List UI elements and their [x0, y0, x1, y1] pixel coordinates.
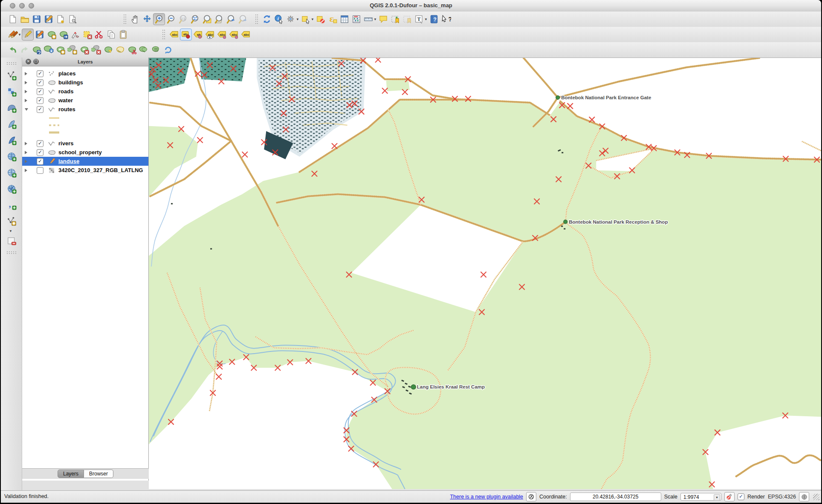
- combo-arrow-icon[interactable]: ▼: [714, 494, 720, 501]
- pan-map-button[interactable]: [129, 13, 141, 25]
- zoom-native-button[interactable]: 1:1: [177, 13, 189, 25]
- expand-arrow-icon[interactable]: [25, 81, 31, 84]
- change-label-button[interactable]: abc: [240, 29, 252, 40]
- text-annotation-button[interactable]: T: [413, 13, 425, 25]
- plugin-available-link[interactable]: There is a new plugin available: [450, 494, 523, 500]
- measure-button-dropdown-icon[interactable]: ▼: [373, 17, 377, 21]
- layer-row-buildings[interactable]: ✓buildings: [22, 78, 148, 87]
- refresh-map-button[interactable]: [261, 13, 273, 25]
- layer-row-landuse[interactable]: ✓landuse: [22, 157, 148, 166]
- zoom-in-button[interactable]: [153, 13, 165, 25]
- rotate-label-button[interactable]: abc: [228, 29, 240, 40]
- render-checkbox[interactable]: ✓: [738, 493, 744, 500]
- help-button[interactable]: ?: [428, 13, 440, 25]
- stop-rendering-icon[interactable]: [724, 492, 735, 501]
- layer-visibility-checkbox[interactable]: ✓: [37, 158, 43, 165]
- new-shapefile-layer-button-dropdown-icon[interactable]: ▼: [9, 229, 13, 233]
- add-ring-button[interactable]: [55, 44, 67, 56]
- select-features-button[interactable]: [300, 13, 312, 25]
- identify-features-button[interactable]: i: [273, 13, 285, 25]
- simplify-feature-button[interactable]: [43, 44, 55, 56]
- coordinate-input[interactable]: 20.42816,-34.03725: [570, 492, 661, 501]
- current-edits-button-dropdown-icon[interactable]: ▼: [18, 33, 22, 37]
- new-shapefile-layer-button[interactable]: [6, 215, 17, 227]
- cut-features-button[interactable]: [93, 29, 105, 40]
- open-attribute-table-button[interactable]: [339, 13, 350, 25]
- add-wfs-layer-button[interactable]: [6, 183, 17, 195]
- field-calculator-button[interactable]: [350, 13, 362, 25]
- plugin-icon[interactable]: [526, 492, 536, 501]
- layer-row-routes[interactable]: ✓routes: [22, 105, 148, 114]
- layer-visibility-checkbox[interactable]: ✓: [37, 88, 43, 95]
- pan-to-selection-button[interactable]: [141, 13, 153, 25]
- layer-labeling-button[interactable]: abc: [168, 29, 180, 40]
- layer-style-row-thick[interactable]: [22, 128, 148, 135]
- split-features-button[interactable]: [126, 44, 138, 56]
- layer-visibility-checkbox[interactable]: ✓: [37, 79, 43, 86]
- add-postgis-layer-button[interactable]: [6, 102, 17, 114]
- offset-curve-button[interactable]: [114, 44, 126, 56]
- layer-visibility-checkbox[interactable]: ✓: [37, 140, 43, 147]
- new-composer-button[interactable]: [55, 13, 67, 25]
- delete-part-button[interactable]: [90, 44, 102, 56]
- layer-visibility-checkbox[interactable]: ✓: [37, 106, 43, 113]
- remove-layer-button[interactable]: [6, 235, 17, 247]
- expand-arrow-icon[interactable]: [25, 151, 31, 154]
- expand-arrow-icon[interactable]: [25, 142, 31, 145]
- highlight-pinned-labels-button[interactable]: abc: [204, 29, 216, 40]
- add-feature-button[interactable]: [46, 29, 58, 40]
- zoom-to-selection-button[interactable]: [201, 13, 213, 25]
- add-wms-layer-button[interactable]: [6, 150, 17, 162]
- zoom-last-button[interactable]: [225, 13, 237, 25]
- add-vector-layer-button[interactable]: [6, 69, 17, 81]
- reshape-features-button[interactable]: [102, 44, 114, 56]
- open-project-button[interactable]: [19, 13, 31, 25]
- copy-features-button[interactable]: [105, 29, 117, 40]
- layer-style-row-dashed[interactable]: [22, 121, 148, 128]
- layer-row-roads[interactable]: ✓roads: [22, 87, 148, 96]
- add-part-button[interactable]: [67, 44, 78, 56]
- add-delimited-text-layer-button[interactable]: ,: [6, 199, 17, 211]
- layer-style-row-solid[interactable]: [22, 114, 148, 121]
- new-project-button[interactable]: [7, 13, 19, 25]
- merge-attributes-button[interactable]: [150, 44, 162, 56]
- expand-arrow-icon[interactable]: [25, 108, 31, 111]
- layer-visibility-checkbox[interactable]: ✓: [37, 70, 43, 77]
- layer-visibility-checkbox[interactable]: ✓: [37, 97, 43, 104]
- tab-browser[interactable]: Browser: [84, 469, 113, 478]
- layer-visibility-checkbox[interactable]: ✓: [37, 149, 43, 156]
- move-feature-button[interactable]: [58, 29, 69, 40]
- expand-arrow-icon[interactable]: [25, 72, 31, 75]
- zoom-full-button[interactable]: [189, 13, 201, 25]
- current-edits-button[interactable]: [7, 29, 19, 40]
- zoom-to-layer-button[interactable]: [213, 13, 225, 25]
- deselect-features-button[interactable]: [315, 13, 327, 25]
- add-wcs-layer-button[interactable]: [6, 167, 17, 179]
- layer-row-water[interactable]: ✓water: [22, 96, 148, 105]
- undo-button[interactable]: [7, 44, 19, 56]
- pin-unpin-labels-button[interactable]: ab: [192, 29, 204, 40]
- new-bookmark-button[interactable]: [389, 13, 401, 25]
- expand-arrow-icon[interactable]: [25, 169, 31, 172]
- map-canvas[interactable]: Bontebok National Park Entrance GateBont…: [149, 58, 821, 489]
- add-spatialite-layer-button[interactable]: [6, 118, 17, 130]
- zoom-out-button[interactable]: [165, 13, 177, 25]
- scale-combo[interactable]: 1:9974▼: [680, 493, 721, 501]
- select-features-button-dropdown-icon[interactable]: ▼: [311, 17, 315, 21]
- show-bookmarks-button[interactable]: [401, 13, 413, 25]
- redo-button[interactable]: [19, 44, 31, 56]
- expand-arrow-icon[interactable]: [25, 99, 31, 102]
- save-project-button[interactable]: [31, 13, 43, 25]
- run-feature-action-button-dropdown-icon[interactable]: ▼: [296, 17, 300, 21]
- zoom-next-button[interactable]: [237, 13, 249, 25]
- layer-labeling-options-button[interactable]: ab: [180, 29, 192, 40]
- layer-visibility-checkbox[interactable]: [37, 167, 43, 174]
- expand-arrow-icon[interactable]: [25, 90, 31, 93]
- layer-row-3420C_2010_327_RGB_LATLNG[interactable]: 3420C_2010_327_RGB_LATLNG: [22, 166, 148, 175]
- paste-features-button[interactable]: [117, 29, 129, 40]
- layer-row-school_property[interactable]: ✓school_property: [22, 148, 148, 157]
- rotate-feature-button[interactable]: [31, 44, 43, 56]
- detach-panel-icon[interactable]: ❐: [33, 59, 39, 64]
- tab-layers[interactable]: Layers: [58, 469, 84, 478]
- toggle-editing-button[interactable]: [22, 29, 34, 40]
